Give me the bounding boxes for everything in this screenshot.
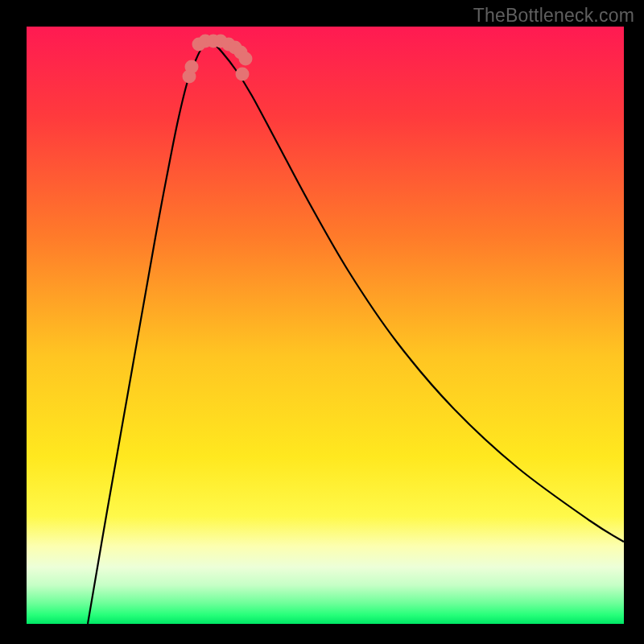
marker-dot [239, 52, 253, 66]
marker-dot [236, 68, 250, 81]
marker-dot [185, 60, 199, 74]
bottleneck-curve [27, 27, 624, 624]
chart-frame: TheBottleneck.com [0, 0, 644, 644]
plot-area [27, 27, 624, 624]
watermark-text: TheBottleneck.com [473, 5, 634, 27]
